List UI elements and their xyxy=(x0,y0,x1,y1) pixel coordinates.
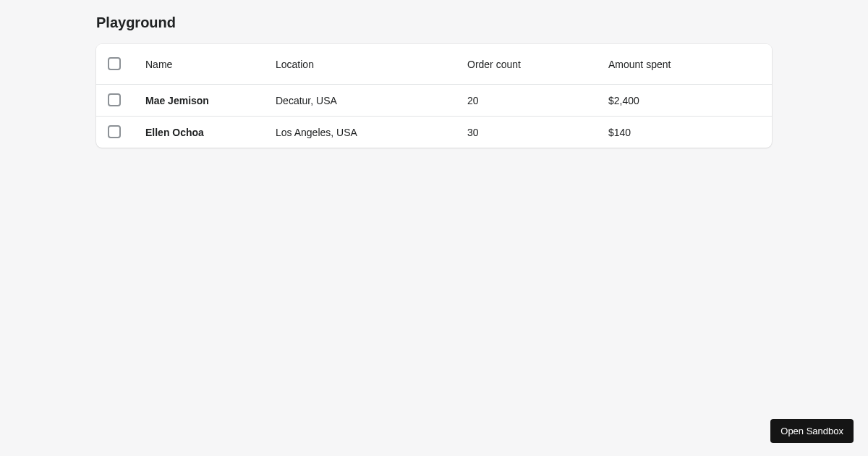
column-header-orders: Order count xyxy=(461,44,603,85)
cell-name[interactable]: Mae Jemison xyxy=(145,95,209,106)
table-header-row: Name Location Order count Amount spent xyxy=(96,44,772,85)
column-header-name: Name xyxy=(140,44,270,85)
page-title: Playground xyxy=(96,14,772,31)
row-checkbox[interactable] xyxy=(108,93,121,106)
cell-amount: $140 xyxy=(608,127,631,138)
cell-location: Decatur, USA xyxy=(276,95,337,106)
table-row[interactable]: Ellen Ochoa Los Angeles, USA 30 $140 xyxy=(96,117,772,148)
cell-orders: 20 xyxy=(467,95,479,106)
cell-orders: 30 xyxy=(467,127,479,138)
open-sandbox-button[interactable]: Open Sandbox xyxy=(770,419,854,443)
data-table: Name Location Order count Amount spent M… xyxy=(96,44,772,148)
cell-amount: $2,400 xyxy=(608,95,639,106)
cell-location: Los Angeles, USA xyxy=(276,127,357,138)
data-table-card: Name Location Order count Amount spent M… xyxy=(96,44,772,148)
select-all-checkbox[interactable] xyxy=(108,57,121,70)
row-checkbox[interactable] xyxy=(108,125,121,138)
table-row[interactable]: Mae Jemison Decatur, USA 20 $2,400 xyxy=(96,85,772,117)
column-header-amount: Amount spent xyxy=(603,44,772,85)
column-header-location: Location xyxy=(270,44,461,85)
cell-name[interactable]: Ellen Ochoa xyxy=(145,127,204,138)
